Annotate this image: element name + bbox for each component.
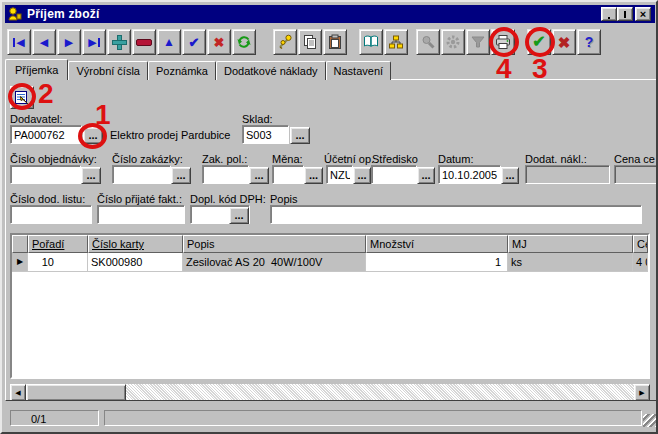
popis-input[interactable] [270,205,642,224]
grid-header-poradi[interactable]: Pořadí [28,235,88,253]
minimize-button[interactable] [601,7,617,21]
grid-header-row: Pořadí Číslo karty Popis Množství MJ Ce [12,235,648,253]
search-button [416,29,440,55]
next-record-button[interactable]: ▶ [57,29,81,55]
tab-label: Výrobní čísla [76,65,140,77]
card-locks-button[interactable] [384,29,408,55]
dodat-nakl-label: Dodat. nákl.: [525,153,587,165]
tab-label: Nastavení [334,65,384,77]
cell-popis[interactable]: Zesilovač AS 20 40W/100V [183,253,366,272]
items-grid: Pořadí Číslo karty Popis Množství MJ Ce … [10,233,650,379]
refresh-icon [236,34,252,50]
zak-pol-lookup-button[interactable]: ... [249,167,269,184]
cislo-zakazky-input[interactable] [112,165,171,184]
print-button[interactable] [491,29,515,55]
add-record-button[interactable] [107,29,131,55]
grid-header-cislo-karty[interactable]: Číslo karty [88,235,183,253]
grid-header-mnozstvi[interactable]: Množství [366,235,508,253]
status-message-panel [104,410,642,426]
cislo-dod-listu-input[interactable] [10,205,92,224]
scroll-left-button[interactable]: ◀ [10,384,26,401]
mena-input[interactable] [272,165,304,184]
help-icon: ? [585,35,594,49]
sklad-input[interactable] [242,125,289,144]
datum-label: Datum: [438,153,473,165]
sklad-lookup-button[interactable]: ... [290,127,310,144]
row-pointer-icon: ▶ [12,253,28,272]
tab-vyrobni-cisla[interactable]: Výrobní čísla [68,61,148,80]
tab-nastaveni[interactable]: Nastavení [326,61,392,80]
cislo-objednavky-label: Číslo objednávky: [10,153,97,165]
minimize-icon [608,17,610,19]
last-record-icon: ▶ [88,37,99,48]
grid-header-mj[interactable]: MJ [508,235,633,253]
cell-mj[interactable]: ks [508,253,633,272]
grid-header-popis[interactable]: Popis [183,235,366,253]
cislo-prijate-fakt-input[interactable] [97,205,185,224]
grid-header-cena[interactable]: Ce [633,235,648,253]
edit-triangle-icon: ▲ [163,36,175,48]
previous-record-button[interactable]: ◀ [32,29,56,55]
red-x-icon: ✖ [558,35,571,50]
delete-record-button[interactable] [132,29,156,55]
ucetni-op-input[interactable] [326,165,353,184]
mena-lookup-button[interactable]: ... [304,167,323,184]
dodavatel-label: Dodavatel: [10,113,63,125]
dodavatel-lookup-button[interactable]: ... [83,127,103,144]
first-record-button[interactable]: ◀ [7,29,31,55]
tab-prijemka[interactable]: Příjemka [5,59,68,80]
app-window: Příjem zboží × ◀ ◀ ▶ ▶ ▲ ✔ ✖ [0,0,658,434]
blue-check-icon: ✔ [189,36,200,49]
select-card-button[interactable] [10,86,34,109]
cell-cislo-karty[interactable]: SK000980 [88,253,183,272]
edit-record-button[interactable]: ▲ [157,29,181,55]
previous-record-icon: ◀ [40,37,48,48]
close-icon: × [640,9,646,20]
cislo-zakazky-lookup-button[interactable]: ... [171,167,191,184]
dodavatel-input[interactable] [10,125,82,144]
grid-row[interactable]: ▶ 10 SK000980 Zesilovač AS 20 40W/100V 1… [12,253,648,272]
stredisko-input[interactable] [371,165,417,184]
tab-poznamka[interactable]: Poznámka [148,61,216,80]
datum-input[interactable] [438,165,501,184]
tab-bar: Příjemka Výrobní čísla Poznámka Dodatkov… [5,59,391,80]
cislo-objednavky-lookup-button[interactable]: ... [81,167,101,184]
window-title: Příjem zboží [27,7,99,21]
dopl-kod-dph-lookup-button[interactable]: ... [229,207,249,224]
tab-dodatkove-naklady[interactable]: Dodatkové náklady [216,61,326,80]
title-bar[interactable]: Příjem zboží × [5,5,655,23]
delete-document-button[interactable]: ✖ [552,29,576,55]
cena-celkem-field [614,165,657,184]
cislo-objednavky-input[interactable] [10,165,81,184]
first-record-icon: ◀ [13,37,24,48]
copy-button[interactable] [298,29,322,55]
confirm-document-button[interactable]: ✔ [527,29,551,55]
resize-grip[interactable] [643,414,656,427]
search-icon [420,34,436,50]
scroll-right-button[interactable]: ▶ [634,384,650,401]
zak-pol-input[interactable] [202,165,249,184]
maximize-button[interactable] [617,7,633,21]
help-button[interactable]: ? [577,29,601,55]
cancel-record-button[interactable]: ✖ [207,29,231,55]
cell-cena[interactable]: 4 0 [633,253,648,272]
ucetni-op-lookup-button[interactable]: ... [353,167,371,184]
scrollbar-track[interactable] [126,384,634,401]
stredisko-lookup-button[interactable]: ... [417,167,435,184]
popis-label: Popis [270,193,298,205]
copy-icon [302,34,318,50]
scrollbar-thumb[interactable] [26,384,126,401]
horizontal-scrollbar[interactable]: ◀ ▶ [10,384,650,401]
refresh-button[interactable] [232,29,256,55]
catalog-book-button[interactable] [359,29,383,55]
close-button[interactable]: × [635,7,651,21]
cell-poradi[interactable]: 10 [28,253,88,272]
accept-record-button[interactable]: ✔ [182,29,206,55]
locks-tree-icon [388,34,404,50]
next-record-icon: ▶ [65,37,73,48]
last-record-button[interactable]: ▶ [82,29,106,55]
datum-lookup-button[interactable]: ... [501,167,519,184]
paste-button[interactable] [323,29,347,55]
cell-mnozstvi[interactable]: 1 [366,253,508,272]
keys-button[interactable] [273,29,297,55]
